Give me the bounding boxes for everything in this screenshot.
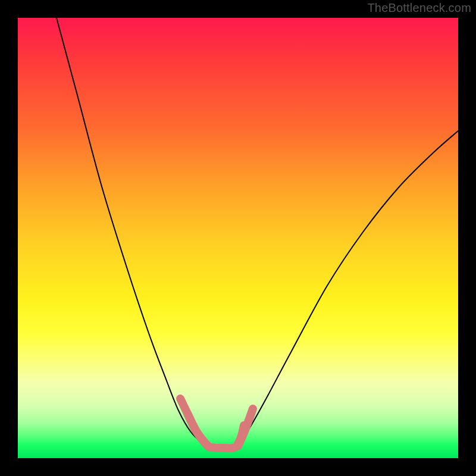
chart-frame: TheBottleneck.com bbox=[0, 0, 476, 476]
series-right-curve bbox=[238, 131, 458, 446]
watermark-label: TheBottleneck.com bbox=[367, 1, 471, 15]
curves-svg bbox=[18, 18, 458, 458]
series-left-curve bbox=[57, 18, 208, 446]
plot-area bbox=[18, 18, 458, 458]
